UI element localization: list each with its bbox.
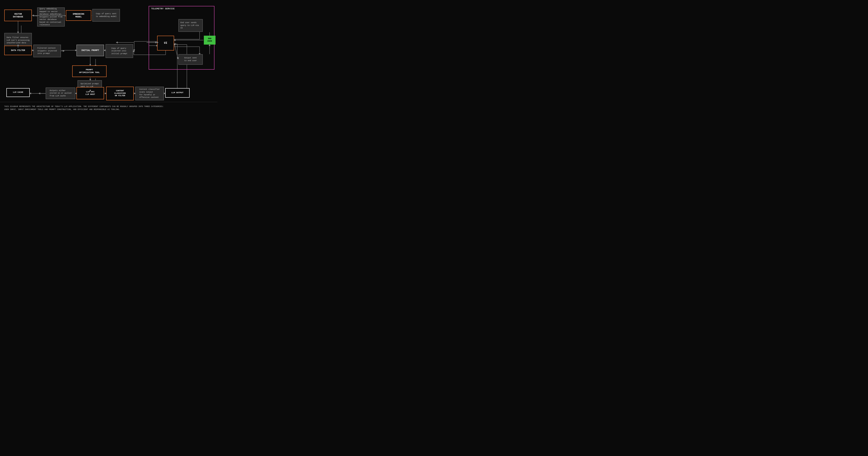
llm-output-node: LLM OUTPUT (165, 88, 190, 98)
vector-database-node: VECTOR DATABASE (4, 9, 32, 21)
ui-node: UI (157, 36, 174, 51)
output-sent-annotation: Output sent to end user (178, 54, 203, 65)
data-filter-node: DATA FILTER (4, 46, 32, 55)
footer: THIS DIAGRAM REPRESENTS THE ARCHITECTURE… (0, 102, 217, 114)
query-embedding-annotation: Query embedding mapped to vector databas… (37, 7, 65, 27)
copy-query-embedding-annotation: Copy of query sent to embedding model (92, 9, 120, 22)
filtered-context-annotation: Filtered context snippets injected into … (33, 44, 61, 57)
end-user-sends-annotation: End user sends query to LLM via UI (178, 19, 203, 32)
copy-query-initial-annotation: Copy of query injected into initial prom… (105, 44, 133, 58)
llm-api-node: LLM API LLM HOST (76, 87, 104, 99)
embedding-model-node: EMBEDDING MODEL (66, 10, 91, 21)
content-classifier-node: CONTENT CLASSIFIER OR FILTER (106, 87, 134, 100)
initial-prompt-node: INITIAL PROMPT (76, 44, 104, 56)
llm-cache-node: LLM CACHE (6, 88, 30, 97)
footer-line2: USER INPUT, INPUT ENRICHMENT TOOLS AND P… (4, 108, 213, 111)
footer-line1: THIS DIAGRAM REPRESENTS THE ARCHITECTURE… (4, 105, 213, 108)
end-user-node: END USER (204, 36, 216, 44)
content-scan-annotation: Content classifier scans output for harm… (135, 87, 164, 100)
outputs-stored-annotation: Outputs either stored in or pulled from … (45, 88, 75, 99)
diagram-container: TELEMETRY SERVICE VECTOR DATABASE Query … (0, 0, 217, 102)
prompt-opt-node: PROMPT OPTIMIZATION TOOL (72, 65, 106, 77)
telemetry-label: TELEMETRY SERVICE (151, 8, 175, 10)
